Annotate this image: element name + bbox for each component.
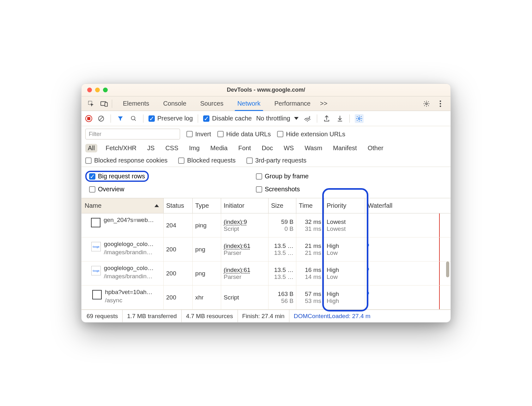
status-finish: Finish: 27.4 min — [238, 310, 289, 322]
inspect-element-icon[interactable] — [87, 99, 95, 108]
request-path: /images/brandin… — [104, 273, 154, 280]
disable-cache-checkbox[interactable]: ✓ Disable cache — [203, 115, 252, 122]
type-chip-manifest[interactable]: Manifest — [330, 144, 360, 152]
filter-bar: Filter Invert Hide data URLs Hide extens… — [82, 126, 450, 142]
tab-sources[interactable]: Sources — [193, 96, 230, 111]
device-toolbar-icon[interactable] — [100, 99, 109, 108]
disable-cache-label: Disable cache — [212, 115, 252, 122]
network-toolbar: ✓ Preserve log ✓ Disable cache No thrott… — [82, 111, 450, 126]
cell-type: png — [193, 237, 221, 261]
clear-icon[interactable] — [97, 114, 106, 123]
blocked-cookies-checkbox[interactable]: Blocked response cookies — [85, 157, 167, 164]
chevron-down-icon — [294, 117, 299, 120]
network-settings-icon[interactable] — [355, 114, 364, 123]
type-chip-img[interactable]: Img — [187, 144, 202, 152]
third-party-checkbox[interactable]: 3rd-party requests — [246, 157, 306, 164]
tab-console[interactable]: Console — [156, 96, 193, 111]
col-time[interactable]: Time — [296, 198, 324, 213]
group-by-frame-checkbox[interactable]: Group by frame — [256, 173, 309, 180]
type-chip-js[interactable]: JS — [145, 144, 157, 152]
network-conditions-icon[interactable] — [303, 114, 312, 123]
table-row[interactable]: gen_204?s=web…204ping(index):9Script59 B… — [82, 213, 450, 237]
search-icon[interactable] — [129, 114, 138, 123]
import-har-icon[interactable] — [336, 114, 344, 123]
cell-type: png — [193, 261, 221, 285]
cell-size: 13.5 …13.5 … — [269, 261, 296, 285]
big-request-rows-checkbox[interactable]: ✓ Big request rows — [89, 173, 145, 180]
checkbox-icon — [246, 157, 253, 164]
checkbox-icon: ✓ — [148, 115, 155, 122]
cell-initiator[interactable]: (index):9Script — [221, 213, 269, 237]
table-row[interactable]: Googlegooglelogo_colo…/images/brandin…20… — [82, 237, 450, 261]
tab-performance[interactable]: Performance — [268, 96, 318, 111]
export-har-icon[interactable] — [322, 114, 331, 123]
tab-elements[interactable]: Elements — [116, 96, 156, 111]
checkbox-icon — [178, 157, 184, 164]
record-button[interactable] — [85, 115, 92, 122]
cell-initiator[interactable]: Script — [221, 286, 269, 309]
google-favicon-icon: Google — [91, 242, 101, 251]
cell-initiator[interactable]: (index):61Parser — [221, 261, 269, 285]
checkbox-icon — [186, 131, 193, 137]
hide-data-urls-checkbox[interactable]: Hide data URLs — [217, 131, 271, 138]
cell-waterfall — [365, 261, 450, 285]
cell-size: 13.5 …13.5 … — [269, 237, 296, 261]
hide-data-urls-label: Hide data URLs — [226, 131, 271, 138]
col-waterfall[interactable]: Waterfall — [365, 198, 450, 213]
cell-initiator[interactable]: (index):61Parser — [221, 237, 269, 261]
type-chip-wasm[interactable]: Wasm — [302, 144, 325, 152]
zoom-window-button[interactable] — [103, 88, 108, 92]
col-status[interactable]: Status — [164, 198, 193, 213]
type-chip-fetchxhr[interactable]: Fetch/XHR — [103, 144, 139, 152]
checkbox-icon — [85, 157, 92, 164]
blank-favicon-icon — [92, 290, 102, 299]
kebab-menu-icon[interactable] — [436, 99, 445, 108]
cell-priority: HighLow — [324, 237, 365, 261]
filter-funnel-icon[interactable] — [116, 114, 125, 123]
request-path: /async — [105, 297, 153, 304]
blocked-requests-label: Blocked requests — [187, 157, 235, 164]
filter-placeholder: Filter — [89, 131, 101, 138]
type-chip-media[interactable]: Media — [208, 144, 230, 152]
settings-gear-icon[interactable] — [422, 99, 431, 108]
type-chip-css[interactable]: CSS — [163, 144, 181, 152]
tab-network[interactable]: Network — [230, 96, 267, 111]
table-header-row: Name Status Type Initiator Size Time Pri… — [82, 198, 450, 213]
col-priority[interactable]: Priority — [324, 198, 365, 213]
cell-waterfall — [365, 237, 450, 261]
close-window-button[interactable] — [87, 88, 92, 92]
cell-type: ping — [193, 213, 221, 237]
col-type[interactable]: Type — [193, 198, 221, 213]
cell-size: 59 B0 B — [269, 213, 296, 237]
svg-point-3 — [426, 103, 427, 105]
type-chip-font[interactable]: Font — [236, 144, 253, 152]
preserve-log-checkbox[interactable]: ✓ Preserve log — [148, 115, 193, 122]
cell-time: 21 ms21 ms — [296, 237, 324, 261]
invert-checkbox[interactable]: Invert — [186, 131, 211, 138]
col-name[interactable]: Name — [82, 198, 164, 213]
throttling-dropdown[interactable]: No throttling — [256, 115, 299, 122]
overview-checkbox[interactable]: Overview — [85, 186, 124, 193]
filter-input[interactable]: Filter — [85, 129, 180, 139]
type-chip-ws[interactable]: WS — [281, 144, 296, 152]
hide-extension-urls-label: Hide extension URLs — [286, 131, 345, 138]
blank-favicon-icon — [91, 218, 100, 227]
blocked-requests-checkbox[interactable]: Blocked requests — [178, 157, 235, 164]
cell-status: 200 — [164, 237, 193, 261]
request-name: hpba?vet=10ah… — [105, 289, 153, 296]
invert-label: Invert — [195, 131, 211, 138]
type-chip-all[interactable]: All — [85, 144, 97, 152]
screenshots-checkbox[interactable]: Screenshots — [256, 186, 300, 193]
table-row[interactable]: Googlegooglelogo_colo…/images/brandin…20… — [82, 261, 450, 286]
minimize-window-button[interactable] — [95, 88, 100, 92]
request-name: googlelogo_colo… — [104, 265, 154, 272]
col-initiator[interactable]: Initiator — [221, 198, 269, 213]
screenshots-label: Screenshots — [265, 186, 300, 193]
tabs-overflow-button[interactable]: >> — [317, 96, 330, 111]
hide-extension-urls-checkbox[interactable]: Hide extension URLs — [277, 131, 345, 138]
type-chip-other[interactable]: Other — [365, 144, 386, 152]
type-chip-doc[interactable]: Doc — [259, 144, 275, 152]
table-row[interactable]: hpba?vet=10ah…/async200xhrScript163 B56 … — [82, 286, 450, 310]
col-size[interactable]: Size — [269, 198, 296, 213]
status-requests: 69 requests — [82, 310, 123, 322]
